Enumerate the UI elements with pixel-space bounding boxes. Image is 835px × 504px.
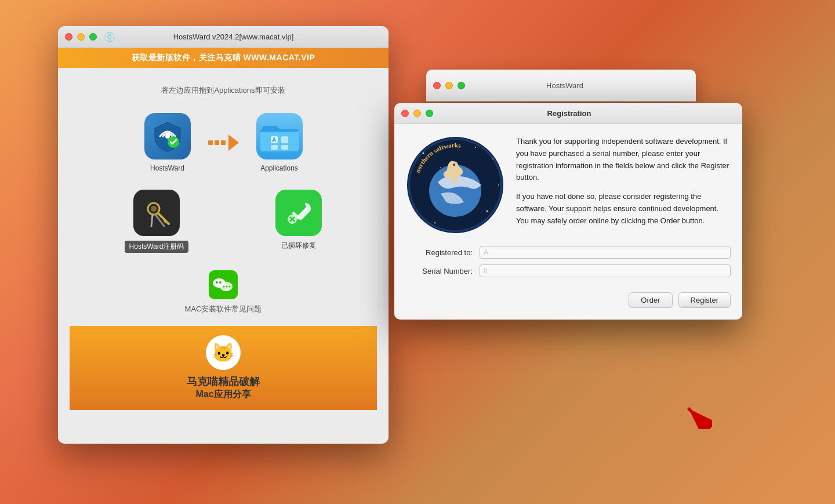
reg-text-para1: Thank you for supporting independent sof… bbox=[516, 136, 731, 184]
install-instruction: 将左边应用拖到Applications即可安装 bbox=[161, 85, 285, 96]
registered-to-row: Registered to: bbox=[406, 246, 731, 259]
reg-fields: Registered to: Serial Number: bbox=[394, 246, 742, 292]
reg-body: northern softworks Thank you for support… bbox=[394, 124, 742, 246]
svg-point-20 bbox=[223, 286, 224, 288]
svg-point-27 bbox=[487, 211, 488, 212]
serial-number-input[interactable] bbox=[480, 264, 731, 277]
hostsward-label: HostsWard bbox=[150, 164, 184, 172]
repair-icon bbox=[275, 190, 322, 236]
keychains-icon bbox=[133, 190, 180, 236]
keychains-label: HostsWard注册码 bbox=[125, 241, 189, 253]
red-arrow-indicator bbox=[677, 394, 712, 429]
hw-close-button[interactable] bbox=[433, 82, 441, 89]
hostsward-app-item: HostsWard bbox=[144, 113, 191, 172]
svg-rect-6 bbox=[281, 145, 288, 150]
second-row: HostsWard注册码 已损坏修复 bbox=[125, 190, 322, 253]
dmg-installer-window: 💿 HostsWard v2024.2[www.macat.vip] 获取最新版… bbox=[58, 26, 389, 444]
serial-number-label: Serial Number: bbox=[406, 267, 473, 275]
hostsward-bg-window: HostsWard bbox=[426, 70, 696, 101]
drag-arrow bbox=[208, 135, 239, 151]
register-button[interactable]: Register bbox=[678, 292, 731, 308]
svg-rect-4 bbox=[281, 136, 288, 143]
registration-window: Registration bbox=[394, 103, 742, 320]
svg-point-31 bbox=[475, 147, 476, 148]
bottom-main-text: 马克喵精品破解 bbox=[187, 375, 260, 389]
reg-titlebar: Registration bbox=[394, 103, 742, 124]
svg-point-30 bbox=[434, 222, 436, 224]
hostsward-icon bbox=[144, 113, 191, 159]
promo-banner: 获取最新版软件，关注马克喵 WWW.MACAT.VIP bbox=[58, 48, 389, 68]
close-button[interactable] bbox=[65, 33, 72, 41]
order-button[interactable]: Order bbox=[629, 292, 672, 308]
wechat-section: MAC安装软件常见问题 bbox=[185, 270, 262, 314]
drag-row: HostsWard bbox=[144, 113, 303, 172]
svg-point-17 bbox=[216, 281, 218, 284]
svg-line-9 bbox=[158, 213, 169, 224]
svg-point-32 bbox=[440, 167, 441, 168]
wechat-icon bbox=[209, 270, 238, 299]
serial-number-row: Serial Number: bbox=[406, 264, 731, 277]
reg-buttons-row: Order Register bbox=[394, 292, 742, 320]
registered-to-label: Registered to: bbox=[406, 248, 473, 257]
svg-point-21 bbox=[226, 286, 227, 288]
reg-text-para2: If you have not done so, please consider… bbox=[516, 191, 731, 227]
hw-bg-title: HostsWard bbox=[441, 81, 689, 90]
svg-line-12 bbox=[151, 215, 153, 226]
svg-point-22 bbox=[228, 286, 230, 288]
svg-point-29 bbox=[498, 184, 499, 186]
bottom-banner: 🐱 马克喵精品破解 Mac应用分享 bbox=[70, 326, 377, 410]
reg-description: Thank you for supporting independent sof… bbox=[516, 136, 731, 234]
applications-folder-icon: A bbox=[256, 113, 303, 159]
svg-point-18 bbox=[219, 281, 222, 284]
dmg-window-title: HostsWard v2024.2[www.macat.vip] bbox=[85, 32, 382, 41]
svg-point-8 bbox=[151, 206, 157, 212]
minimize-button[interactable] bbox=[77, 33, 85, 41]
registered-to-input[interactable] bbox=[480, 246, 731, 259]
svg-rect-5 bbox=[271, 145, 278, 150]
svg-point-26 bbox=[492, 158, 493, 159]
keychains-item: HostsWard注册码 bbox=[125, 190, 189, 253]
dmg-content-area: 将左边应用拖到Applications即可安装 bbox=[58, 68, 389, 444]
bottom-sub-text: Mac应用分享 bbox=[195, 389, 251, 401]
repair-item: 已损坏修复 bbox=[275, 190, 322, 253]
dmg-titlebar: 💿 HostsWard v2024.2[www.macat.vip] bbox=[58, 26, 389, 48]
applications-label: Applications bbox=[260, 164, 298, 172]
applications-folder-item: A Applications bbox=[256, 113, 303, 172]
northern-softworks-logo: northern softworks bbox=[406, 136, 504, 234]
svg-text:A: A bbox=[272, 137, 276, 143]
svg-point-34 bbox=[453, 164, 455, 166]
mascot-icon: 🐱 bbox=[206, 335, 241, 370]
repair-label: 已损坏修复 bbox=[281, 241, 316, 251]
reg-window-title: Registration bbox=[403, 109, 735, 118]
svg-point-25 bbox=[423, 153, 424, 154]
mac-install-text: MAC安装软件常见问题 bbox=[185, 304, 262, 314]
svg-point-28 bbox=[417, 216, 418, 217]
